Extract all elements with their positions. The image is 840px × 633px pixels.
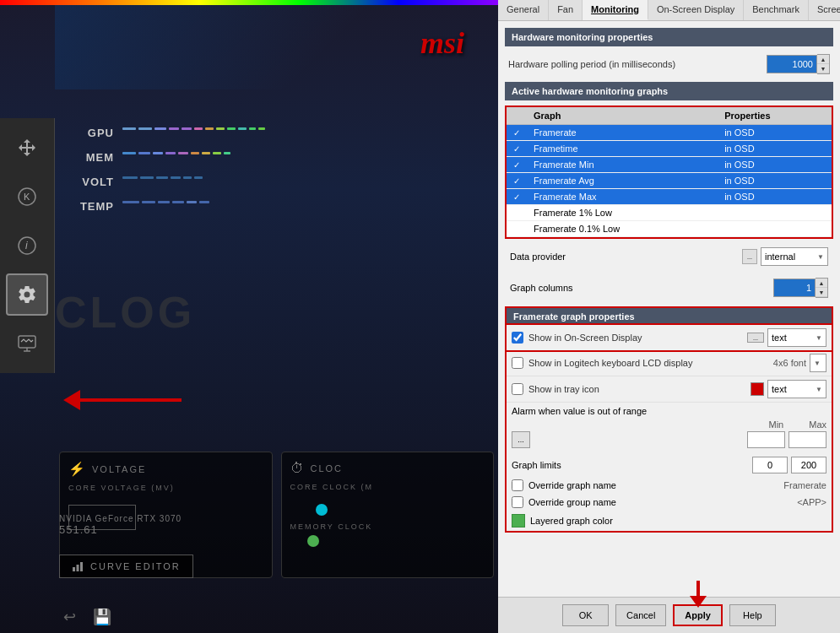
show-osd-dropdown[interactable]: text ▼ [767,328,826,347]
temp-dashes [122,201,490,203]
sidebar-icon-info[interactable]: i [6,225,48,267]
table-row[interactable]: ✓ Frametime in OSD [507,141,832,157]
table-row[interactable]: Framerate 0.1% Low [507,221,832,237]
tab-general[interactable]: General [498,0,549,20]
show-tray-checkbox[interactable] [512,383,523,395]
table-row[interactable]: Framerate 1% Low [507,205,832,221]
right-content: Hardware monitoring properties Hardware … [498,21,840,597]
gpu-bar [122,127,490,139]
limits-min[interactable] [752,457,788,473]
row-name-framerate-max: Framerate Max [527,189,718,205]
show-tray-label: Show in tray icon [528,384,751,394]
show-osd-row: Show in On-Screen Display ... text ▼ [505,323,833,352]
polling-period-row: Hardware polling period (in milliseconds… [505,51,833,77]
polling-value[interactable]: 1000 [767,55,817,73]
save-icon[interactable]: 💾 [93,608,111,626]
row-check-framerate-min: ✓ [513,160,520,170]
tab-osd[interactable]: On-Screen Display [648,0,744,20]
show-logitech-label: Show in Logitech keyboard LCD display [528,358,773,368]
override-name-checkbox[interactable] [512,479,523,491]
override-group-checkbox[interactable] [512,496,523,508]
sidebar-icon-settings[interactable] [6,273,48,316]
clock-title-text: CLOC [311,463,344,473]
logitech-arrow: ▼ [814,360,821,367]
show-logitech-checkbox[interactable] [512,357,523,369]
tab-fan[interactable]: Fan [549,0,583,20]
tab-benchmark[interactable]: Benchmark [744,0,809,20]
table-row[interactable]: ✓ Framerate Max in OSD [507,189,832,205]
polling-arrows: ▲ ▼ [817,54,830,74]
tray-dropdown[interactable]: text ▼ [767,380,826,398]
svg-text:i: i [25,240,28,252]
show-osd-checkbox[interactable] [512,332,523,344]
table-row[interactable]: ✓ Framerate in OSD [507,125,832,141]
bottom-toolbar: ↩ 💾 [55,608,498,626]
row-props-framerate-min: in OSD [718,157,832,173]
clock-subtitle: CORE CLOCK (M [290,483,485,491]
min-header: Min [768,419,783,430]
graph-col-props: Properties [718,107,832,125]
alarm-min[interactable] [747,431,785,448]
show-osd-sep[interactable]: ... [747,333,764,343]
table-row[interactable]: ✓ Framerate Avg in OSD [507,173,832,189]
data-provider-row: Data provider ... internal ▼ [505,244,833,269]
arrow-line [80,398,182,402]
gpu-dashes [122,127,490,130]
graph-cols-up[interactable]: ▲ [816,279,827,288]
alarm-sep-btn[interactable]: ... [512,431,530,448]
alarm-max[interactable] [789,431,826,448]
speedometer-icon: ⏱ [290,461,306,476]
row-name-framerate-avg: Framerate Avg [527,173,718,189]
tray-color-box[interactable] [751,382,764,396]
tray-arrow: ▼ [816,386,822,393]
override-group-row: Override group name <APP> [507,494,832,511]
reset-icon[interactable]: ↩ [63,608,76,626]
tab-screen-capture[interactable]: Screen captu... [809,0,840,20]
polling-down[interactable]: ▼ [817,64,829,73]
layered-color-box[interactable] [512,514,525,528]
apply-down-arrow [690,581,707,608]
svg-rect-5 [73,567,75,571]
dp-sep-btn[interactable]: ... [742,249,757,264]
show-logitech-row: Show in Logitech keyboard LCD display 4x… [507,350,832,376]
svg-rect-7 [80,562,83,571]
dp-dropdown[interactable]: internal ▼ [761,247,828,266]
override-name-label: Override graph name [528,480,783,490]
alarm-label: Alarm when value is out of range [512,406,826,416]
logitech-dropdown[interactable]: ▼ [810,354,826,372]
tab-bar: General Fan Monitoring On-Screen Display… [498,0,840,21]
sidebar-icon-crosshair[interactable] [6,127,48,169]
graph-table-wrapper: Graph Properties ✓ Framerate in OSD ✓ Fr… [505,106,833,239]
sidebar-icon-k[interactable]: K [6,176,48,218]
curve-editor-label: CURVE EDITOR [90,561,181,571]
row-props-framerate-avg: in OSD [718,173,832,189]
graph-col-header-check [507,107,527,125]
voltage-title: ⚡ VOLTAGE [68,461,263,477]
table-row[interactable]: ✓ Framerate Min in OSD [507,157,832,173]
svg-text:K: K [24,192,30,202]
graph-cols-spinbox[interactable]: 1 ▲ ▼ [773,278,828,298]
row-props-framerate: in OSD [718,125,832,141]
graph-limits-row: Graph limits [507,453,832,477]
polling-spinbox[interactable]: 1000 ▲ ▼ [767,54,830,74]
curve-editor-button[interactable]: CURVE EDITOR [59,555,193,578]
gc-label: Graph columns [510,283,773,293]
alarm-minmax [747,431,826,448]
osd-arrow: ▼ [816,334,822,342]
polling-up[interactable]: ▲ [817,55,829,64]
override-group-label: Override group name [528,497,797,507]
cancel-button[interactable]: Cancel [615,604,666,626]
help-button[interactable]: Help [729,604,776,626]
temp-bar [122,201,490,213]
arrow-down-head [690,596,707,608]
bottom-buttons: OK Cancel Apply Help [498,597,840,633]
graph-cols-value[interactable]: 1 [773,279,816,297]
limits-max[interactable] [791,457,826,473]
graph-cols-down[interactable]: ▼ [816,288,827,297]
show-tray-row: Show in tray icon text ▼ [507,376,832,403]
ok-button[interactable]: OK [562,604,609,626]
msi-logo: msi [420,25,464,61]
sidebar-icon-monitor[interactable] [6,322,48,365]
tab-monitoring[interactable]: Monitoring [583,0,648,20]
mem-label: MEM [63,151,114,164]
